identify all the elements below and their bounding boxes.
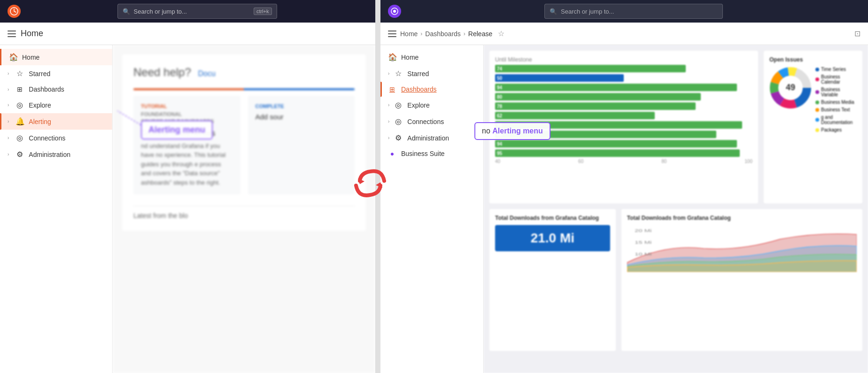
alerting-menu-annotation: Alerting menu <box>141 120 213 140</box>
legend-item-4: Business Media <box>815 100 857 105</box>
svg-text:49: 49 <box>786 83 795 92</box>
bar-1: 74 <box>495 65 686 72</box>
legend-item-5: Business Text <box>815 107 857 112</box>
chevron-starred: › <box>8 71 9 76</box>
left-header-bar: 🔍 Search or jump to... ctrl+k <box>0 0 375 23</box>
card-top-bar <box>133 88 355 90</box>
axis-labels: 406080100 <box>495 159 752 164</box>
breadcrumb-dashboards[interactable]: Dashboards <box>425 30 461 38</box>
sidebar-label-dashboards: Dashboards <box>29 85 64 93</box>
total-downloads-panel: Total Downloads from Grafana Catalog 21.… <box>489 209 616 351</box>
right-administration-icon: ⚙ <box>394 133 403 142</box>
sidebar-label-explore: Explore <box>29 101 51 109</box>
search-bar-right[interactable]: 🔍 Search or jump to... <box>544 4 723 19</box>
breadcrumb-home[interactable]: Home <box>400 30 418 38</box>
chevron-alerting: › <box>8 119 9 124</box>
keyboard-shortcut-left: ctrl+k <box>254 8 272 15</box>
donut-legend: Time Series Business Calendar Business V… <box>815 67 857 133</box>
right-sidebar-item-home[interactable]: 🏠 Home <box>380 49 483 65</box>
grafana-logo[interactable] <box>8 5 21 18</box>
right-sidebar-item-dashboards[interactable]: ⊞ Dashboards <box>380 82 483 97</box>
search-icon-right: 🔍 <box>550 8 557 15</box>
svg-text:10 Mi: 10 Mi <box>635 252 651 256</box>
sidebar-item-explore[interactable]: › ◎ Explore <box>0 97 112 113</box>
right-sidebar-item-explore[interactable]: › ◎ Explore <box>380 97 483 113</box>
breadcrumb-sep-1: › <box>420 31 422 37</box>
sidebar-item-alerting[interactable]: › 🔔 Alerting <box>0 113 112 130</box>
bar-3: 94 <box>495 84 737 91</box>
tutorial-tag-2: COMPLETE <box>256 103 348 109</box>
right-connections-icon: ◎ <box>394 117 403 126</box>
right-sidebar-label-explore: Explore <box>407 101 429 109</box>
total-downloads-title: Total Downloads from Grafana Catalog <box>495 215 610 221</box>
tutorial-desc-1: nd understand Grafana if you have no xpe… <box>141 141 233 187</box>
right-sidebar-item-connections[interactable]: › ◎ Connections <box>380 113 483 130</box>
no-alerting-annotation: no Alerting menu <box>474 122 550 140</box>
doc-link[interactable]: Docu <box>198 70 215 78</box>
bar-row-1: 74 <box>495 65 752 72</box>
right-sidebar-item-business-suite[interactable]: ● Business Suite <box>380 146 483 161</box>
breadcrumb: Home › Dashboards › Release <box>400 30 492 38</box>
search-bar-left[interactable]: 🔍 Search or jump to... ctrl+k <box>117 4 277 19</box>
page-title-left: Home <box>21 29 43 39</box>
legend-item-1: Time Series <box>815 67 857 72</box>
sidebar-label-home: Home <box>22 54 39 61</box>
sidebar-label-alerting: Alerting <box>29 118 51 125</box>
tutorial-card-2: COMPLETE Add sour <box>248 96 355 194</box>
alerting-icon: 🔔 <box>16 117 24 126</box>
right-chevron-explore: › <box>388 102 389 108</box>
milestone-label: Until Milestone <box>495 56 752 63</box>
legend-item-2: Business Calendar <box>815 74 857 85</box>
star-favorite-icon[interactable]: ☆ <box>498 29 504 38</box>
bar-row-4: 80 <box>495 93 752 101</box>
legend-item-7: Packages <box>815 127 857 132</box>
right-dashboards-icon: ⊞ <box>388 85 396 93</box>
bar-row-5: 78 <box>495 102 752 110</box>
area-chart-panel: Total Downloads from Grafana Catalog 20 … <box>621 209 862 351</box>
page-header-left: Home <box>0 23 375 45</box>
need-help-title: Need help? Docu <box>133 66 355 79</box>
sidebar-item-dashboards[interactable]: › ⊞ Dashboards <box>0 82 112 97</box>
sidebar-label-administration: Administration <box>29 151 70 158</box>
right-chevron-connections: › <box>388 119 389 124</box>
sidebar-item-administration[interactable]: › ⚙ Administration <box>0 146 112 163</box>
add-source-label: Add sour <box>256 113 348 121</box>
home-icon: 🏠 <box>9 53 17 62</box>
right-sidebar-label-starred: Starred <box>407 70 429 78</box>
refresh-arrow-icon <box>351 164 389 209</box>
left-sidebar: 🏠 Home › ☆ Starred › ⊞ Dashboards › ◎ Ex… <box>0 45 113 373</box>
left-panel: 🔍 Search or jump to... ctrl+k Home 🏠 Hom… <box>0 0 376 373</box>
right-panel: 🔍 Search or jump to... Home › Dashboards… <box>380 0 868 373</box>
no-alerting-highlight: Alerting menu <box>492 127 543 135</box>
right-sidebar-label-business-suite: Business Suite <box>401 150 445 157</box>
sidebar-item-starred[interactable]: › ☆ Starred <box>0 65 112 82</box>
bar-6: 62 <box>495 112 655 119</box>
open-issues-title: Open Issues <box>769 56 857 63</box>
svg-text:15 Mi: 15 Mi <box>635 240 651 245</box>
sidebar-item-connections[interactable]: › ◎ Connections <box>0 130 112 146</box>
legend-item-6: g and Documentation <box>815 115 857 125</box>
right-sidebar-item-starred[interactable]: › ☆ Starred <box>380 65 483 82</box>
right-sidebar-label-home: Home <box>401 54 418 61</box>
content-area-left: 🏠 Home › ☆ Starred › ⊞ Dashboards › ◎ Ex… <box>0 45 375 373</box>
expand-icon[interactable]: ⊡ <box>854 29 860 38</box>
sidebar-item-home[interactable]: 🏠 Home <box>0 49 112 65</box>
right-sidebar-item-administration[interactable]: › ⚙ Administration <box>380 130 483 146</box>
bar-9: 94 <box>495 140 737 148</box>
bar-row-6: 62 <box>495 112 752 119</box>
hamburger-menu-right[interactable] <box>388 31 396 37</box>
bar-row-2: 50 <box>495 74 752 82</box>
hamburger-menu-left[interactable] <box>8 31 16 37</box>
bar-row-10: 95 <box>495 149 752 157</box>
starred-icon: ☆ <box>16 69 24 78</box>
sidebar-label-starred: Starred <box>29 70 50 78</box>
area-chart-svg: 20 Mi 15 Mi 10 Mi <box>627 225 857 272</box>
right-home-icon: 🏠 <box>388 53 396 62</box>
dashboards-icon: ⊞ <box>16 85 24 93</box>
breadcrumb-release: Release <box>468 30 492 38</box>
grafana-logo-right[interactable] <box>388 5 401 18</box>
explore-icon: ◎ <box>16 101 24 109</box>
right-header-bar: 🔍 Search or jump to... <box>380 0 868 23</box>
chevron-connections: › <box>8 135 9 140</box>
bar-5: 78 <box>495 102 696 110</box>
